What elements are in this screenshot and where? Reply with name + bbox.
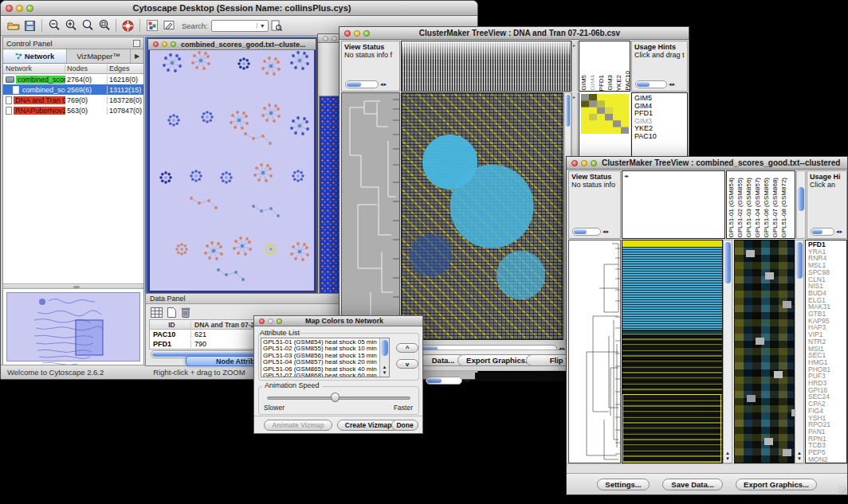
zoom-button[interactable]: [26, 5, 33, 12]
attribute-list-item[interactable]: GPL51-07 (GSM868) heat shock 60 min: [263, 373, 379, 377]
minimize-button[interactable]: [162, 41, 167, 47]
scroll-arrows-icon[interactable]: ◂▸: [380, 81, 387, 87]
export-graphics-button[interactable]: Export Graphics...: [736, 479, 817, 490]
float-panel-icon[interactable]: [133, 40, 140, 47]
search-input[interactable]: ▼: [211, 20, 269, 32]
heatmap-global-view[interactable]: [622, 240, 723, 463]
close-button[interactable]: [571, 160, 578, 166]
save-session-icon[interactable]: [22, 18, 38, 34]
dialog-titlebar[interactable]: Map Colors to Network: [254, 316, 422, 326]
usage-hints-hscrollbar[interactable]: ◂▸: [811, 227, 843, 236]
gene-label[interactable]: PAC10: [634, 133, 687, 141]
attribute-list-vscrollbar[interactable]: ▲▼: [379, 338, 389, 377]
treeview1-title: ClusterMaker TreeView : DNA and Tran 07-…: [375, 29, 689, 37]
scroll-arrows-icon[interactable]: ◂▸: [669, 81, 676, 87]
minimize-button[interactable]: [581, 160, 587, 166]
dense-network-cluster[interactable]: [319, 96, 340, 296]
tab-vizmapper[interactable]: VizMapper™: [67, 49, 131, 63]
view-status-hscrollbar[interactable]: ◂▸: [345, 80, 387, 88]
scroll-arrows-icon[interactable]: ◂▸: [836, 229, 843, 234]
node-attributes-icon[interactable]: [143, 18, 160, 34]
done-button[interactable]: Done: [391, 420, 418, 431]
minimize-button[interactable]: [268, 318, 273, 324]
map-colors-dialog: Map Colors to Network Attribute List GPL…: [253, 315, 423, 434]
heatmap-vscrollbar[interactable]: ▲▼: [723, 240, 732, 463]
search-index-icon[interactable]: [269, 18, 285, 34]
network-overview-panel[interactable]: [6, 292, 140, 361]
help-lifebuoy-icon[interactable]: [120, 18, 136, 34]
scroll-arrows-icon[interactable]: ▲▼: [724, 451, 732, 462]
labels-vscrollbar[interactable]: [796, 170, 806, 239]
treeview1-titlebar[interactable]: ClusterMaker TreeView : DNA and Tran 07-…: [340, 27, 689, 40]
scroll-arrows-icon[interactable]: ▲▼: [380, 365, 389, 376]
create-vizmap-button[interactable]: Create Vizmap: [337, 420, 399, 431]
close-button[interactable]: [323, 36, 328, 41]
panel-divider[interactable]: [3, 283, 143, 289]
view-status-hscrollbar[interactable]: ◂▸: [572, 227, 610, 236]
move-up-button[interactable]: ^: [396, 343, 418, 353]
attribute-table-icon[interactable]: [151, 307, 163, 318]
column-label: GIM4: [588, 75, 597, 91]
zoom-button[interactable]: [363, 30, 370, 37]
heatmap-zoom-view[interactable]: [734, 240, 795, 463]
bottom-hscrollbar[interactable]: ◂▸: [426, 373, 471, 387]
column-label: YKE2: [614, 75, 623, 91]
minimize-button[interactable]: [354, 30, 360, 37]
network-row-combined-scores[interactable]: combined_scores 2764(0) 16218(0): [3, 74, 143, 84]
close-button[interactable]: [344, 30, 351, 37]
zoom-fit-icon[interactable]: [79, 18, 96, 34]
move-down-button[interactable]: v: [396, 359, 418, 369]
zoom-button[interactable]: [591, 160, 597, 166]
row-dendrogram[interactable]: [568, 240, 621, 463]
network-row-rnapubernov2[interactable]: RNAPuberNov2+ 563(0) 107847(0): [3, 105, 143, 115]
usage-hints-hscrollbar[interactable]: ◂▸: [635, 80, 676, 88]
zoom-button[interactable]: [171, 41, 176, 47]
network-row-dna-tran[interactable]: DNA and Tran 07 769(0) 183728(0): [3, 95, 143, 105]
network-canvas[interactable]: [148, 50, 316, 292]
save-data-button[interactable]: Save Data...: [662, 479, 723, 490]
usage-hints-panel: Usage Hints Click and drag tc ◂▸: [631, 41, 688, 92]
gene-label[interactable]: MON2: [808, 456, 846, 463]
animate-vizmap-button[interactable]: Animate Vizmap: [264, 420, 332, 431]
open-session-icon[interactable]: [5, 18, 22, 34]
column-dendrogram-area[interactable]: ◂▸: [622, 170, 725, 239]
delete-trash-icon[interactable]: [181, 307, 190, 318]
main-titlebar[interactable]: Cytoscape Desktop (Session Name: collins…: [1, 1, 477, 16]
zoom-in-icon[interactable]: [62, 18, 79, 34]
close-button[interactable]: [153, 41, 159, 47]
heatmap-edge-block: [475, 373, 566, 381]
zoom-selected-icon[interactable]: [96, 18, 112, 34]
chevron-down-icon[interactable]: ▼: [257, 23, 268, 29]
network-window-titlebar[interactable]: combined_scores_good.txt--cluste...: [148, 39, 316, 50]
attribute-list[interactable]: GPL51-01 (GSM854) heat shock 05 minGPL51…: [261, 338, 390, 377]
column-dendrogram[interactable]: [401, 41, 571, 92]
scroll-arrows-icon[interactable]: ◂▸: [603, 229, 610, 234]
settings-button[interactable]: Settings...: [597, 479, 650, 490]
heatmap-global-view[interactable]: [401, 92, 563, 340]
network-row-combined-sco-selected[interactable]: combined_sco 2569(6) 13112(15): [3, 84, 143, 95]
more-tabs-arrow-icon[interactable]: ▶: [131, 49, 143, 63]
column-label: GPL51-03 (GSM856): [744, 178, 753, 238]
close-button[interactable]: [6, 5, 13, 12]
scroll-arrows-icon[interactable]: ▲▼: [795, 451, 803, 462]
status-welcome: Welcome to Cytoscape 2.6.2: [7, 368, 104, 377]
treeview2-bottom-strip: [567, 463, 847, 473]
minimize-button[interactable]: [16, 5, 23, 12]
new-page-icon[interactable]: [167, 307, 176, 318]
splitter-arrows-icon[interactable]: ◂▸: [624, 173, 629, 178]
scroll-arrows-icon[interactable]: ◂▸: [464, 377, 471, 383]
resize-grip[interactable]: [838, 486, 846, 494]
annotation-icon[interactable]: [160, 18, 177, 34]
column-label: GIM5: [579, 75, 588, 91]
zoom-button[interactable]: [277, 318, 282, 324]
tab-network[interactable]: Network: [3, 49, 67, 63]
treeview2-titlebar[interactable]: ClusterMaker TreeView : combined_scores_…: [567, 157, 847, 170]
overview-viewport-rect[interactable]: [76, 320, 103, 355]
minimize-button[interactable]: [332, 36, 337, 41]
network-graph: [150, 50, 314, 291]
close-button[interactable]: [259, 318, 265, 324]
zoomview-vscrollbar[interactable]: ▲▼: [795, 240, 804, 463]
row-dendrogram[interactable]: [341, 92, 400, 340]
splitter-handle[interactable]: [571, 41, 578, 92]
zoom-out-icon[interactable]: [45, 18, 62, 34]
